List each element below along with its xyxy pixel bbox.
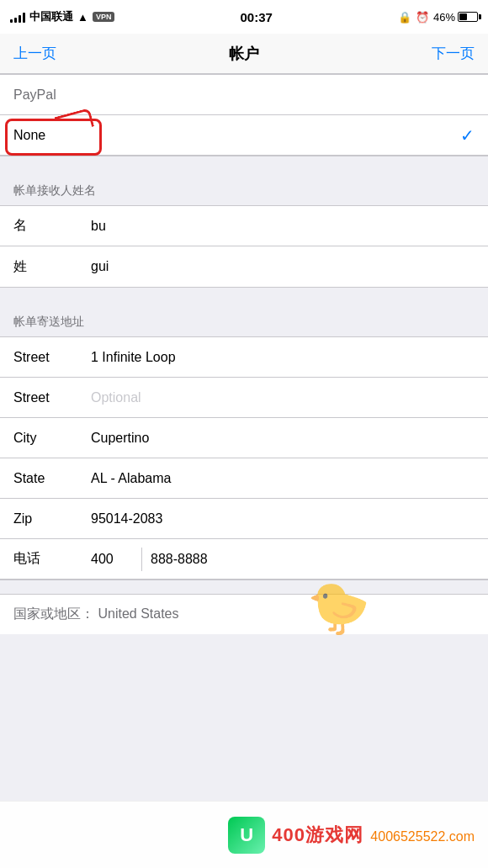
battery-percent: 46% (433, 11, 455, 24)
vpn-badge: VPN (93, 12, 115, 22)
battery: 46% (433, 11, 478, 24)
wifi-icon: ▲ (77, 11, 88, 24)
carrier-name: 中国联通 (29, 9, 73, 24)
billing-address-group: Street 1 Infinite Loop Street Optional C… (0, 336, 488, 580)
phone-divider (141, 548, 142, 571)
watermark-phone: 4006525522.com (370, 829, 475, 844)
last-name-row[interactable]: 姓 gui (0, 246, 488, 287)
none-row-container: None ✓ (0, 115, 488, 156)
gap-3 (0, 580, 488, 594)
nav-bar: 上一页 帐户 下一页 (0, 34, 488, 74)
watermark: U 400游戏网 4006525522.com (0, 801, 488, 868)
country-value: United States (98, 606, 178, 621)
gap-1 (0, 156, 488, 170)
billing-name-group: 名 bu 姓 gui (0, 205, 488, 288)
street1-value[interactable]: 1 Infinite Loop (81, 350, 475, 365)
first-name-value[interactable]: bu (81, 219, 475, 234)
paypal-row: PayPal (0, 75, 488, 115)
last-name-label: 姓 (13, 258, 81, 276)
lock-icon: 🔒 (398, 11, 411, 24)
logo-text: U (240, 824, 253, 846)
back-button[interactable]: 上一页 (13, 44, 56, 63)
billing-address-header: 帐单寄送地址 (0, 301, 488, 336)
phone-label: 电话 (13, 550, 81, 568)
phone-fields: 400 888-8888 (81, 548, 475, 571)
battery-icon (458, 12, 478, 22)
payment-group: PayPal None ✓ (0, 74, 488, 156)
paypal-label: PayPal (13, 87, 475, 103)
country-row[interactable]: 国家或地区： United States 🐤 (0, 594, 488, 634)
street2-placeholder[interactable]: Optional (81, 390, 475, 405)
country-label-text: 国家或地区： (13, 606, 94, 621)
time-display: 00:37 (240, 10, 272, 24)
page-title: 帐户 (229, 44, 259, 64)
city-row[interactable]: City Cupertino (0, 418, 488, 458)
state-row[interactable]: State AL - Alabama (0, 458, 488, 499)
first-name-label: 名 (13, 217, 81, 235)
street1-row[interactable]: Street 1 Infinite Loop (0, 337, 488, 378)
watermark-info: 400游戏网 4006525522.com (272, 823, 475, 848)
state-label: State (13, 471, 81, 486)
city-label: City (13, 431, 81, 446)
first-name-row[interactable]: 名 bu (0, 206, 488, 246)
forward-button[interactable]: 下一页 (432, 44, 475, 63)
gap-2 (0, 288, 488, 301)
checkmark-icon: ✓ (460, 125, 475, 146)
city-value[interactable]: Cupertino (81, 431, 475, 446)
phone-number[interactable]: 888-8888 (151, 552, 208, 567)
alarm-icon: ⏰ (416, 11, 429, 24)
signal-icon (10, 11, 25, 23)
none-label: None (13, 128, 81, 143)
watermark-logo: U (228, 817, 265, 854)
state-value[interactable]: AL - Alabama (81, 471, 475, 486)
street1-label: Street (13, 350, 81, 365)
status-right: 🔒 ⏰ 46% (398, 11, 478, 24)
content: PayPal None ✓ 帐单接收人姓名 名 bu 姓 gui 帐单寄送地址 … (0, 74, 488, 634)
brand-name: 400游戏网 (272, 824, 363, 845)
phone-row[interactable]: 电话 400 888-8888 (0, 539, 488, 580)
phone-area-code[interactable]: 400 (91, 552, 133, 567)
billing-name-header: 帐单接收人姓名 (0, 170, 488, 205)
status-left: 中国联通 ▲ VPN (10, 9, 114, 24)
street2-row[interactable]: Street Optional (0, 378, 488, 418)
country-label: 国家或地区： United States (13, 606, 179, 623)
zip-row[interactable]: Zip 95014-2083 (0, 499, 488, 539)
status-bar: 中国联通 ▲ VPN 00:37 🔒 ⏰ 46% (0, 0, 488, 34)
last-name-value[interactable]: gui (81, 259, 475, 274)
zip-label: Zip (13, 511, 81, 527)
street2-label: Street (13, 390, 81, 405)
none-row[interactable]: None ✓ (0, 115, 488, 156)
time-text: 00:37 (240, 10, 272, 24)
zip-value[interactable]: 95014-2083 (81, 511, 475, 527)
